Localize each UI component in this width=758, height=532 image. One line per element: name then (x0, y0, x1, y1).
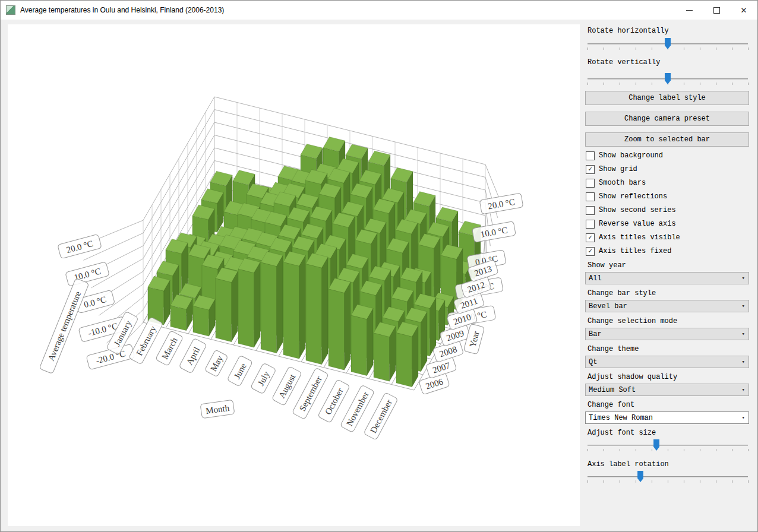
rotate-horizontal-label: Rotate horizontally (588, 27, 669, 35)
bar-chart-3d[interactable]: 20.0 °C10.0 °C0.0 °C-10.0 °C-20.0 °C2006… (8, 24, 580, 526)
bar[interactable] (283, 251, 305, 359)
check-icon: ✓ (588, 248, 592, 255)
zoom-to-selected-bar-button[interactable]: Zoom to selected bar (585, 132, 749, 147)
checkbox-label: Show grid (599, 165, 637, 173)
slider-handle[interactable] (637, 471, 643, 482)
checkbox-axis-titles-visible[interactable]: ✓ Axis titles visible (586, 232, 680, 243)
minimize-button[interactable] (675, 1, 703, 20)
combo-value: Medium Soft (589, 386, 636, 394)
bar[interactable] (170, 294, 192, 331)
combo-value: Qt (589, 358, 597, 366)
checkbox-label: Show reflections (599, 192, 667, 201)
rotate-horizontal-slider[interactable] (588, 37, 748, 53)
chevron-down-icon: ▾ (742, 359, 745, 365)
bar-style-combo[interactable]: Bevel bar ▾ (585, 300, 749, 312)
checkbox-box[interactable]: ✓ (586, 247, 595, 256)
checkbox-box[interactable]: ✓ (586, 192, 595, 201)
bar[interactable] (306, 253, 328, 364)
checkbox-smooth-bars[interactable]: ✓ Smooth bars (586, 177, 646, 189)
checkbox-box[interactable]: ✓ (586, 179, 595, 188)
checkbox-label: Axis titles fixed (599, 247, 671, 255)
bar[interactable] (238, 258, 260, 347)
rotate-vertical-slider[interactable] (588, 72, 748, 88)
checkbox-label: Axis titles visible (599, 233, 680, 242)
slider-handle[interactable] (653, 439, 659, 451)
selection-mode-combo[interactable]: Bar ▾ (585, 328, 749, 340)
checkbox-reverse-value-axis[interactable]: ✓ Reverse value axis (586, 218, 676, 230)
app-window: Average temperatures in Oulu and Helsink… (0, 0, 758, 532)
checkbox-axis-titles-fixed[interactable]: ✓ Axis titles fixed (586, 245, 671, 257)
bar[interactable] (351, 305, 373, 376)
minimize-icon (686, 10, 693, 11)
change-theme-label: Change theme (588, 345, 639, 353)
change-selection-mode-label: Change selection mode (588, 317, 677, 325)
slider-handle[interactable] (665, 38, 671, 49)
chevron-down-icon: ▾ (742, 331, 745, 337)
bar[interactable] (396, 322, 418, 387)
checkbox-show-background[interactable]: ✓ Show background (586, 150, 663, 162)
checkbox-label: Reverse value axis (599, 220, 676, 228)
shadow-quality-combo[interactable]: Medium Soft ▾ (585, 384, 749, 396)
checkbox-box[interactable]: ✓ (586, 165, 595, 174)
combo-value: Bar (589, 330, 602, 338)
control-panel: Rotate horizontally Rotate vertically Ch… (585, 24, 749, 527)
font-combo[interactable]: Times New Roman ▾ (585, 411, 749, 424)
checkbox-box[interactable]: ✓ (586, 233, 595, 242)
checkbox-show-grid[interactable]: ✓ Show grid (586, 163, 637, 175)
month-axis-label: June (227, 355, 252, 387)
chevron-down-icon: ▾ (742, 303, 745, 309)
checkbox-label: Show second series (599, 206, 676, 214)
combo-value: Bevel bar (589, 302, 627, 311)
check-icon: ✓ (588, 235, 592, 241)
chevron-down-icon: ▾ (742, 275, 745, 281)
combo-value: All (589, 274, 602, 283)
close-icon: ✕ (741, 6, 747, 15)
window-title: Average temperatures in Oulu and Helsink… (20, 6, 224, 14)
bar[interactable] (216, 268, 238, 342)
font-size-slider[interactable] (588, 439, 748, 454)
checkbox-label: Show background (599, 151, 663, 160)
window-controls: ✕ (675, 1, 757, 20)
show-year-combo[interactable]: All ▾ (585, 272, 749, 284)
bar[interactable] (193, 295, 215, 336)
show-year-label: Show year (588, 261, 626, 270)
chevron-down-icon: ▾ (742, 387, 745, 393)
month-axis-label: April (179, 338, 207, 373)
axis-label-rotation-label: Axis label rotation (588, 460, 669, 468)
adjust-shadow-quality-label: Adjust shadow quality (588, 373, 677, 381)
value-axis-label-right: 20.0 °C (479, 193, 523, 214)
change-font-label: Change font (588, 401, 634, 409)
bar[interactable] (329, 278, 350, 370)
change-camera-preset-button[interactable]: Change camera preset (585, 112, 749, 126)
rotate-vertical-label: Rotate vertically (588, 58, 660, 66)
checkbox-label: Smooth bars (599, 179, 646, 187)
checkbox-box[interactable]: ✓ (586, 151, 595, 160)
checkbox-show-reflections[interactable]: ✓ Show reflections (586, 191, 667, 202)
bar[interactable] (261, 252, 283, 353)
checkbox-box[interactable]: ✓ (586, 220, 595, 229)
axis-label-rotation-slider[interactable] (588, 470, 748, 486)
app-icon (6, 5, 15, 15)
adjust-font-size-label: Adjust font size (588, 429, 656, 437)
check-icon: ✓ (588, 166, 592, 173)
titlebar: Average temperatures in Oulu and Helsink… (1, 1, 757, 20)
month-axis-label: March (156, 331, 184, 366)
slider-handle[interactable] (665, 73, 671, 84)
month-axis-label: August (271, 366, 302, 406)
month-axis-title: Month (200, 400, 235, 418)
slider-groove (588, 445, 748, 446)
bar[interactable] (374, 322, 396, 382)
svg-text:Average temperature: Average temperature (46, 290, 83, 362)
change-label-style-button[interactable]: Change label style (585, 91, 749, 105)
theme-combo[interactable]: Qt ▾ (585, 356, 749, 368)
month-axis-label: May (204, 350, 228, 377)
combo-value: Times New Roman (589, 414, 653, 422)
value-axis-title: Average temperature (39, 278, 89, 373)
chart-canvas[interactable]: 20.0 °C10.0 °C0.0 °C-10.0 °C-20.0 °C2006… (8, 24, 580, 526)
change-bar-style-label: Change bar style (588, 289, 656, 297)
maximize-icon (713, 7, 720, 14)
checkbox-show-second-series[interactable]: ✓ Show second series (586, 204, 676, 216)
checkbox-box[interactable]: ✓ (586, 206, 595, 215)
close-button[interactable]: ✕ (730, 1, 757, 20)
maximize-button[interactable] (703, 1, 730, 20)
